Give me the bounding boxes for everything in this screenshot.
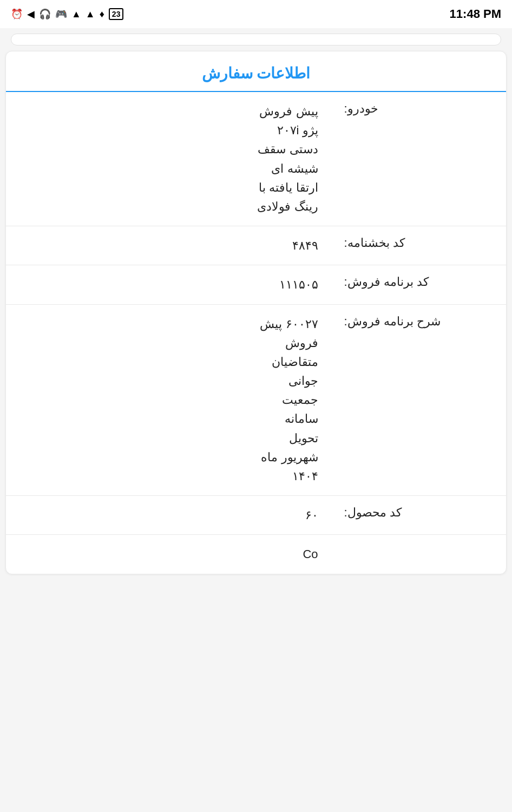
table-row: کد محصول: ۶۰ bbox=[6, 496, 506, 535]
table-row: خودرو: پیش فروش پژو ۲۰۷i دستی سقف شیشه ا… bbox=[6, 92, 506, 226]
label-code-mahsool: کد محصول: bbox=[331, 496, 506, 535]
label-code-barname: کد برنامه فروش: bbox=[331, 265, 506, 304]
signal2-icon: ▲ bbox=[86, 9, 95, 20]
label-partial bbox=[331, 535, 506, 574]
search-bar[interactable] bbox=[11, 34, 501, 45]
order-info-card: اطلاعات سفارش خودرو: پیش فروش پژو ۲۰۷i د… bbox=[5, 51, 507, 574]
table-row: کد بخشنامه: ۴۸۴۹ bbox=[6, 226, 506, 265]
gamepad-icon: 🎮 bbox=[55, 8, 67, 20]
label-bakhshname: کد بخشنامه: bbox=[331, 226, 506, 265]
location-icon: ◀ bbox=[27, 8, 35, 20]
value-partial: Co bbox=[6, 535, 331, 574]
status-icons: ⏰ ◀ 🎧 🎮 ▲ ▲ ♦ 23 bbox=[11, 8, 123, 20]
wifi-icon: ♦ bbox=[100, 9, 104, 20]
info-table: خودرو: پیش فروش پژو ۲۰۷i دستی سقف شیشه ا… bbox=[6, 92, 506, 574]
time-display: 11:48 PM bbox=[450, 7, 501, 21]
table-row: شرح برنامه فروش: ۶۰۰۲۷ پیش فروش متقاضیان… bbox=[6, 304, 506, 496]
value-khodro: پیش فروش پژو ۲۰۷i دستی سقف شیشه ای ارتقا… bbox=[6, 92, 331, 226]
search-bar-container bbox=[0, 28, 512, 51]
value-code-barname: ۱۱۱۵۰۵ bbox=[6, 265, 331, 304]
value-bakhshname: ۴۸۴۹ bbox=[6, 226, 331, 265]
headphones-icon: 🎧 bbox=[39, 8, 51, 20]
table-row: کد برنامه فروش: ۱۱۱۵۰۵ bbox=[6, 265, 506, 304]
card-title: اطلاعات سفارش bbox=[6, 51, 506, 92]
alarm-icon: ⏰ bbox=[11, 8, 23, 20]
value-code-mahsool: ۶۰ bbox=[6, 496, 331, 535]
label-sharh-barname: شرح برنامه فروش: bbox=[331, 304, 506, 496]
status-bar: 11:48 PM ⏰ ◀ 🎧 🎮 ▲ ▲ ♦ 23 bbox=[0, 0, 512, 28]
value-sharh-barname: ۶۰۰۲۷ پیش فروش متقاضیان جوانی جمعیت ساما… bbox=[6, 304, 331, 496]
signal1-icon: ▲ bbox=[71, 9, 81, 20]
table-row-partial: Co bbox=[6, 535, 506, 574]
label-khodro: خودرو: bbox=[331, 92, 506, 226]
battery-icon: 23 bbox=[109, 8, 124, 20]
